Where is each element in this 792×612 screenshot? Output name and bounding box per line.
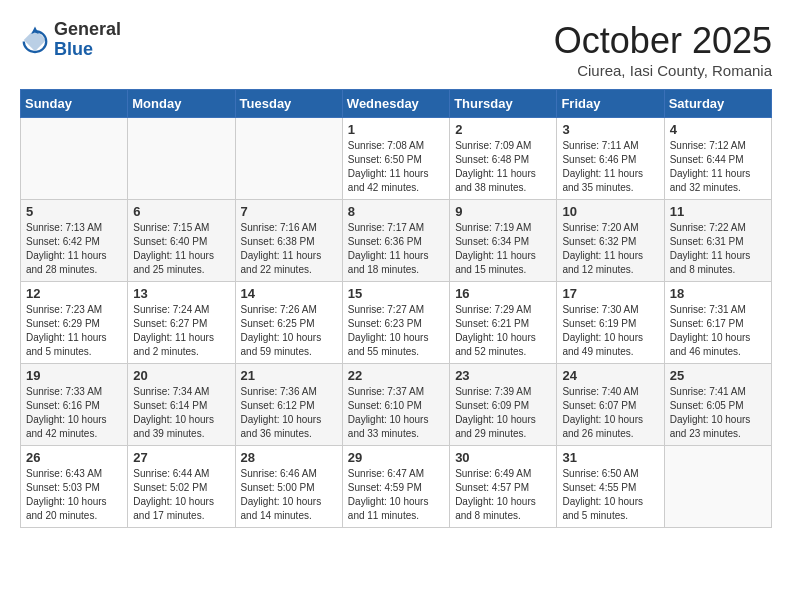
day-number: 22 [348,368,444,383]
calendar-table: SundayMondayTuesdayWednesdayThursdayFrid… [20,89,772,528]
day-header-saturday: Saturday [664,90,771,118]
day-info: Sunrise: 7:36 AM Sunset: 6:12 PM Dayligh… [241,385,337,441]
title-section: October 2025 Ciurea, Iasi County, Romani… [554,20,772,79]
day-info: Sunrise: 7:13 AM Sunset: 6:42 PM Dayligh… [26,221,122,277]
calendar-cell: 10Sunrise: 7:20 AM Sunset: 6:32 PM Dayli… [557,200,664,282]
calendar-cell: 4Sunrise: 7:12 AM Sunset: 6:44 PM Daylig… [664,118,771,200]
calendar-cell: 21Sunrise: 7:36 AM Sunset: 6:12 PM Dayli… [235,364,342,446]
calendar-cell: 9Sunrise: 7:19 AM Sunset: 6:34 PM Daylig… [450,200,557,282]
day-number: 3 [562,122,658,137]
day-number: 31 [562,450,658,465]
day-info: Sunrise: 7:29 AM Sunset: 6:21 PM Dayligh… [455,303,551,359]
calendar-cell [235,118,342,200]
logo-icon [20,25,50,55]
logo-general: General [54,20,121,40]
calendar-cell: 18Sunrise: 7:31 AM Sunset: 6:17 PM Dayli… [664,282,771,364]
day-info: Sunrise: 7:26 AM Sunset: 6:25 PM Dayligh… [241,303,337,359]
day-info: Sunrise: 7:30 AM Sunset: 6:19 PM Dayligh… [562,303,658,359]
day-number: 2 [455,122,551,137]
calendar-cell: 16Sunrise: 7:29 AM Sunset: 6:21 PM Dayli… [450,282,557,364]
calendar-cell: 3Sunrise: 7:11 AM Sunset: 6:46 PM Daylig… [557,118,664,200]
day-info: Sunrise: 7:40 AM Sunset: 6:07 PM Dayligh… [562,385,658,441]
day-info: Sunrise: 7:20 AM Sunset: 6:32 PM Dayligh… [562,221,658,277]
day-number: 4 [670,122,766,137]
day-info: Sunrise: 6:47 AM Sunset: 4:59 PM Dayligh… [348,467,444,523]
calendar-cell: 8Sunrise: 7:17 AM Sunset: 6:36 PM Daylig… [342,200,449,282]
day-info: Sunrise: 7:09 AM Sunset: 6:48 PM Dayligh… [455,139,551,195]
calendar-week-row: 19Sunrise: 7:33 AM Sunset: 6:16 PM Dayli… [21,364,772,446]
day-number: 19 [26,368,122,383]
calendar-cell: 31Sunrise: 6:50 AM Sunset: 4:55 PM Dayli… [557,446,664,528]
calendar-cell: 29Sunrise: 6:47 AM Sunset: 4:59 PM Dayli… [342,446,449,528]
day-info: Sunrise: 6:46 AM Sunset: 5:00 PM Dayligh… [241,467,337,523]
day-header-friday: Friday [557,90,664,118]
calendar-cell: 20Sunrise: 7:34 AM Sunset: 6:14 PM Dayli… [128,364,235,446]
day-number: 9 [455,204,551,219]
calendar-cell: 15Sunrise: 7:27 AM Sunset: 6:23 PM Dayli… [342,282,449,364]
day-info: Sunrise: 7:12 AM Sunset: 6:44 PM Dayligh… [670,139,766,195]
day-number: 18 [670,286,766,301]
calendar-cell: 27Sunrise: 6:44 AM Sunset: 5:02 PM Dayli… [128,446,235,528]
day-number: 27 [133,450,229,465]
day-header-monday: Monday [128,90,235,118]
day-number: 13 [133,286,229,301]
page-header: General Blue October 2025 Ciurea, Iasi C… [20,20,772,79]
location-subtitle: Ciurea, Iasi County, Romania [554,62,772,79]
day-info: Sunrise: 6:49 AM Sunset: 4:57 PM Dayligh… [455,467,551,523]
logo-text: General Blue [54,20,121,60]
day-header-thursday: Thursday [450,90,557,118]
day-info: Sunrise: 7:34 AM Sunset: 6:14 PM Dayligh… [133,385,229,441]
calendar-cell: 17Sunrise: 7:30 AM Sunset: 6:19 PM Dayli… [557,282,664,364]
day-number: 30 [455,450,551,465]
day-number: 23 [455,368,551,383]
logo-blue: Blue [54,40,121,60]
day-number: 11 [670,204,766,219]
day-header-sunday: Sunday [21,90,128,118]
day-info: Sunrise: 7:23 AM Sunset: 6:29 PM Dayligh… [26,303,122,359]
day-number: 5 [26,204,122,219]
day-info: Sunrise: 6:44 AM Sunset: 5:02 PM Dayligh… [133,467,229,523]
day-number: 14 [241,286,337,301]
day-info: Sunrise: 7:31 AM Sunset: 6:17 PM Dayligh… [670,303,766,359]
day-number: 8 [348,204,444,219]
calendar-cell: 11Sunrise: 7:22 AM Sunset: 6:31 PM Dayli… [664,200,771,282]
calendar-cell: 13Sunrise: 7:24 AM Sunset: 6:27 PM Dayli… [128,282,235,364]
day-info: Sunrise: 6:50 AM Sunset: 4:55 PM Dayligh… [562,467,658,523]
calendar-cell: 1Sunrise: 7:08 AM Sunset: 6:50 PM Daylig… [342,118,449,200]
calendar-cell [21,118,128,200]
day-info: Sunrise: 7:33 AM Sunset: 6:16 PM Dayligh… [26,385,122,441]
calendar-cell: 14Sunrise: 7:26 AM Sunset: 6:25 PM Dayli… [235,282,342,364]
day-number: 20 [133,368,229,383]
calendar-cell: 19Sunrise: 7:33 AM Sunset: 6:16 PM Dayli… [21,364,128,446]
day-number: 12 [26,286,122,301]
day-info: Sunrise: 7:37 AM Sunset: 6:10 PM Dayligh… [348,385,444,441]
day-number: 10 [562,204,658,219]
day-number: 28 [241,450,337,465]
day-info: Sunrise: 7:22 AM Sunset: 6:31 PM Dayligh… [670,221,766,277]
day-number: 17 [562,286,658,301]
month-title: October 2025 [554,20,772,62]
calendar-cell: 6Sunrise: 7:15 AM Sunset: 6:40 PM Daylig… [128,200,235,282]
day-info: Sunrise: 7:08 AM Sunset: 6:50 PM Dayligh… [348,139,444,195]
day-info: Sunrise: 7:41 AM Sunset: 6:05 PM Dayligh… [670,385,766,441]
calendar-week-row: 1Sunrise: 7:08 AM Sunset: 6:50 PM Daylig… [21,118,772,200]
day-info: Sunrise: 7:15 AM Sunset: 6:40 PM Dayligh… [133,221,229,277]
day-number: 25 [670,368,766,383]
calendar-week-row: 12Sunrise: 7:23 AM Sunset: 6:29 PM Dayli… [21,282,772,364]
logo: General Blue [20,20,121,60]
calendar-cell: 22Sunrise: 7:37 AM Sunset: 6:10 PM Dayli… [342,364,449,446]
day-number: 21 [241,368,337,383]
day-number: 15 [348,286,444,301]
day-number: 6 [133,204,229,219]
day-number: 26 [26,450,122,465]
calendar-cell: 28Sunrise: 6:46 AM Sunset: 5:00 PM Dayli… [235,446,342,528]
day-number: 24 [562,368,658,383]
calendar-cell: 2Sunrise: 7:09 AM Sunset: 6:48 PM Daylig… [450,118,557,200]
calendar-cell: 7Sunrise: 7:16 AM Sunset: 6:38 PM Daylig… [235,200,342,282]
day-info: Sunrise: 6:43 AM Sunset: 5:03 PM Dayligh… [26,467,122,523]
day-header-tuesday: Tuesday [235,90,342,118]
calendar-cell: 26Sunrise: 6:43 AM Sunset: 5:03 PM Dayli… [21,446,128,528]
day-info: Sunrise: 7:24 AM Sunset: 6:27 PM Dayligh… [133,303,229,359]
calendar-cell: 30Sunrise: 6:49 AM Sunset: 4:57 PM Dayli… [450,446,557,528]
calendar-cell: 25Sunrise: 7:41 AM Sunset: 6:05 PM Dayli… [664,364,771,446]
